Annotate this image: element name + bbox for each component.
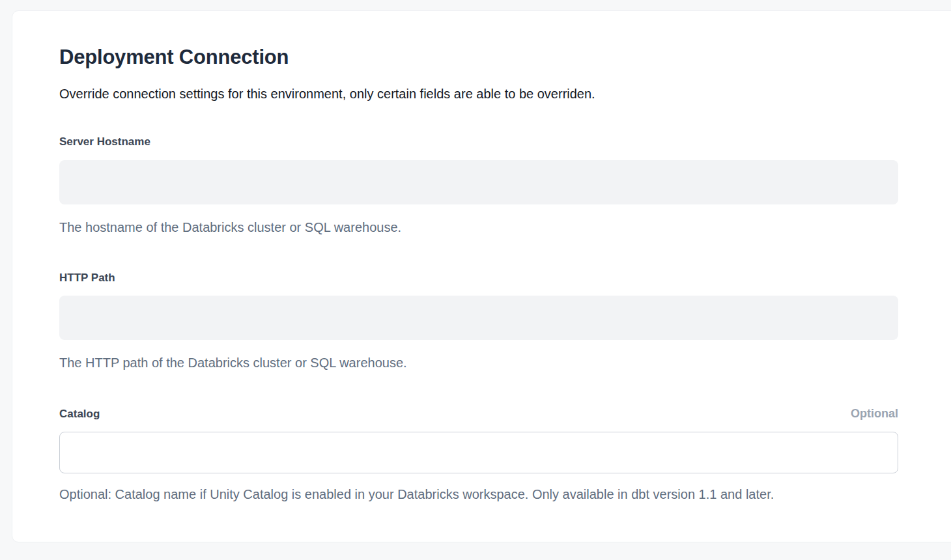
page-title: Deployment Connection bbox=[59, 45, 898, 69]
server-hostname-label: Server Hostname bbox=[59, 135, 150, 148]
http-path-help: The HTTP path of the Databricks cluster … bbox=[59, 354, 898, 371]
page-subtitle: Override connection settings for this en… bbox=[59, 85, 898, 103]
http-path-field-group: HTTP Path The HTTP path of the Databrick… bbox=[59, 272, 898, 371]
deployment-connection-card: Deployment Connection Override connectio… bbox=[12, 10, 951, 542]
server-hostname-field-group: Server Hostname The hostname of the Data… bbox=[59, 135, 898, 235]
catalog-label: Catalog bbox=[59, 408, 100, 421]
http-path-label-row: HTTP Path bbox=[59, 272, 898, 285]
catalog-optional-badge: Optional bbox=[851, 407, 898, 421]
server-hostname-input bbox=[59, 160, 898, 204]
catalog-label-row: Catalog Optional bbox=[59, 407, 898, 421]
server-hostname-label-row: Server Hostname bbox=[59, 135, 898, 148]
catalog-input[interactable] bbox=[59, 432, 898, 473]
catalog-field-group: Catalog Optional Optional: Catalog name … bbox=[59, 407, 898, 503]
card-content: Deployment Connection Override connectio… bbox=[59, 45, 898, 503]
catalog-help: Optional: Catalog name if Unity Catalog … bbox=[59, 486, 898, 503]
http-path-label: HTTP Path bbox=[59, 272, 115, 285]
server-hostname-help: The hostname of the Databricks cluster o… bbox=[59, 219, 898, 236]
http-path-input bbox=[59, 296, 898, 340]
